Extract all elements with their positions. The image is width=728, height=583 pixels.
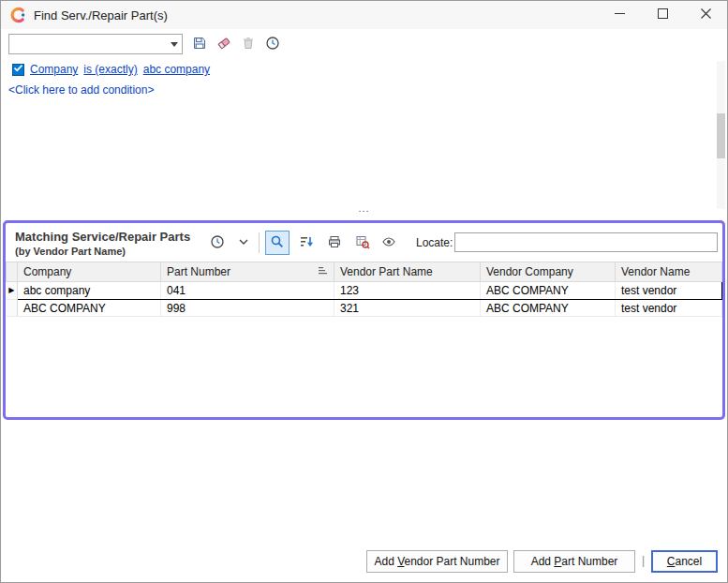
check-icon [13,63,23,76]
cell-vendor-name[interactable]: test vendor [616,282,722,300]
column-header-part-number[interactable]: Part Number [161,262,334,282]
cell-vendor-part-name[interactable]: 123 [334,282,481,300]
saved-filter-combo[interactable] [8,34,183,54]
maximize-icon [658,8,668,22]
printer-icon [327,234,342,252]
minimize-button[interactable] [598,1,641,29]
column-label: Vendor Name [621,265,690,278]
delete-filter-button[interactable] [237,33,260,55]
grid-search-icon [355,234,370,252]
button-label-part: Add [374,555,397,568]
find-panel-button[interactable] [265,231,290,255]
add-part-number-button[interactable]: Add Part Number [513,550,635,573]
current-row-indicator: ▶ [7,282,18,300]
row-arrow-icon: ▶ [8,286,14,294]
condition-operator-link[interactable]: is (exactly) [83,63,137,76]
filter-condition-row: Company is (exactly) abc company [12,63,210,76]
condition-checkbox[interactable] [12,64,24,76]
column-label: Part Number [167,265,230,278]
cell-vendor-company[interactable]: ABC COMPANY [481,282,616,300]
column-search-button[interactable] [350,231,375,255]
button-label-part: art Number [561,555,617,568]
cell-vendor-part-name[interactable]: 321 [334,300,481,317]
find-parts-dialog: Find Serv./Repair Part(s) [0,0,728,583]
condition-value-link[interactable]: abc company [143,63,210,76]
maximize-button[interactable] [641,1,684,29]
table-row[interactable]: ABC COMPANY 998 321 ABC COMPANY test ven… [7,300,722,317]
results-history-button[interactable] [205,231,230,255]
eye-icon [381,234,396,252]
visibility-button[interactable] [377,231,401,255]
cell-vendor-company[interactable]: ABC COMPANY [481,300,616,317]
titlebar: Find Serv./Repair Part(s) [1,1,727,29]
cell-part-number[interactable]: 998 [161,300,334,317]
cell-company[interactable]: ABC COMPANY [18,300,161,317]
eraser-icon [216,36,231,53]
app-logo-icon [9,7,26,23]
table-row[interactable]: ▶ abc company 041 123 ABC COMPANY test v… [7,282,722,300]
row-indicator-header [7,262,18,282]
locate-label: Locate: [416,236,453,249]
column-header-company[interactable]: Company [18,262,161,282]
scrollbar-thumb[interactable] [717,113,725,158]
clock-icon [265,36,280,53]
sort-order-button[interactable] [294,231,319,255]
column-label: Vendor Company [486,265,573,278]
save-filter-button[interactable] [188,33,211,55]
splitter-handle[interactable]: ... [1,203,727,215]
saved-filter-input[interactable] [9,36,167,52]
results-subtitle: (by Vendor Part Name) [15,246,126,257]
add-condition-link[interactable]: <Click here to add condition> [8,83,154,97]
results-title: Matching Service/Repair Parts [15,230,190,244]
window-controls [598,1,727,29]
save-icon [192,36,207,53]
column-label: Vendor Part Name [340,265,433,278]
condition-scrollbar[interactable] [717,61,725,209]
trash-icon [241,36,256,53]
close-button[interactable] [684,1,727,29]
button-label-part: Add [531,555,555,568]
sort-ascending-icon [318,265,328,278]
cell-company[interactable]: abc company [18,282,161,300]
column-header-vendor-company[interactable]: Vendor Company [481,262,616,282]
button-label-part: ancel [675,555,702,568]
button-label-part: endor Part Number [404,555,499,568]
column-header-vendor-name[interactable]: Vendor Name [616,262,722,282]
print-button[interactable] [322,231,347,255]
filter-history-button[interactable] [261,33,284,55]
close-icon [701,8,711,22]
results-dropdown-button[interactable] [231,231,256,255]
cell-part-number[interactable]: 041 [161,282,334,300]
clock-icon [210,234,225,252]
locate-input[interactable] [454,232,718,252]
toolbar-separator [259,232,260,253]
column-header-vendor-part-name[interactable]: Vendor Part Name [334,262,481,282]
grid-header-row: Company Part Number Vendor Part Name [7,262,722,282]
chevron-down-icon [238,236,249,250]
add-vendor-part-number-button[interactable]: Add Vendor Part Number [366,550,508,573]
minimize-icon [615,8,625,22]
results-grid: Company Part Number Vendor Part Name [6,262,722,317]
cancel-button[interactable]: Cancel [651,550,718,573]
condition-field-link[interactable]: Company [30,63,78,76]
magnifier-icon [270,234,285,252]
results-panel: Matching Service/Repair Parts (by Vendor… [3,220,725,420]
window-title: Find Serv./Repair Part(s) [34,8,168,22]
footer-separator: | [642,554,645,567]
row-indicator [7,300,18,317]
clear-filter-button[interactable] [213,33,235,55]
sort-icon [299,234,314,252]
combo-dropdown-icon[interactable] [167,35,182,53]
column-label: Company [23,265,71,278]
cell-vendor-name[interactable]: test vendor [616,300,722,317]
